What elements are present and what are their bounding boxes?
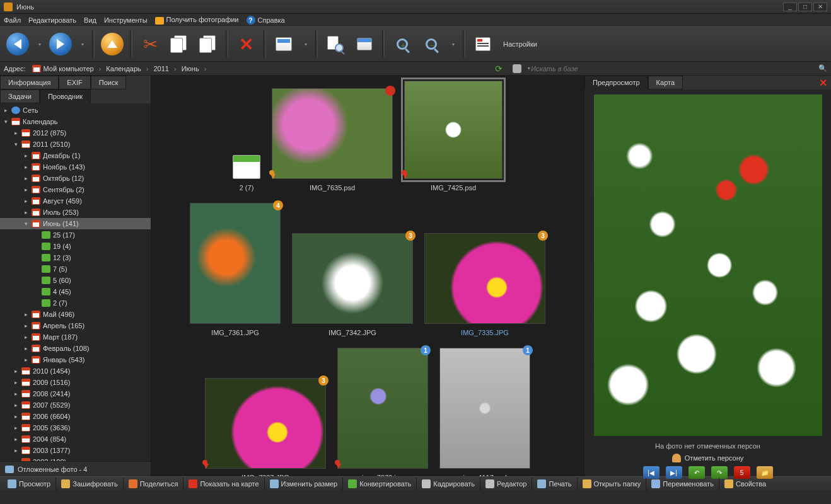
thumbnail[interactable]: 4IMG_7361.JPG: [190, 203, 281, 336]
tree-node[interactable]: ▸Февраль (108): [0, 343, 151, 354]
tab-map[interactable]: Карта: [648, 76, 683, 89]
preview-image[interactable]: [594, 94, 822, 436]
tree-node[interactable]: 25 (17): [0, 229, 151, 241]
tree-node[interactable]: ▸Декабрь (1): [0, 150, 151, 161]
tab-info[interactable]: Информация: [0, 76, 59, 89]
thumbnail-gallery[interactable]: 2 (7)IMG_7635.psdIMG_7425.psd4IMG_7361.J…: [151, 76, 584, 476]
folder-tree[interactable]: ▸Сеть▾Календарь▸2012 (875)▾2011 (2510)▸Д…: [0, 103, 151, 461]
tree-node[interactable]: ▸Июль (253): [0, 207, 151, 218]
thumbnail[interactable]: 3IMG_7335.JPG: [424, 233, 545, 336]
tree-node[interactable]: ▸2007 (5529): [0, 399, 151, 411]
breadcrumb-root[interactable]: Мой компьютер: [26, 65, 98, 72]
tree-node[interactable]: ▸Октябрь (12): [0, 173, 151, 184]
minimize-button[interactable]: _: [783, 3, 797, 11]
bottom-action[interactable]: Поделиться: [123, 478, 183, 490]
tree-node[interactable]: ▸Сентябрь (2): [0, 184, 151, 195]
search-icon[interactable]: 🔍: [818, 64, 827, 73]
bottom-action[interactable]: Конвертировать: [342, 478, 416, 490]
tree-node[interactable]: ▸2012 (875): [0, 127, 151, 139]
bottom-action[interactable]: Просмотр: [3, 478, 55, 490]
tree-node[interactable]: ▸Август (459): [0, 195, 151, 207]
tree-node[interactable]: 19 (4): [0, 241, 151, 252]
thumbnail[interactable]: 2 (7): [233, 155, 260, 192]
bottom-action[interactable]: Переименовать: [646, 478, 719, 490]
close-button[interactable]: ✕: [813, 3, 827, 11]
bottom-action[interactable]: Печать: [532, 478, 576, 490]
tab-exif[interactable]: EXIF: [59, 76, 90, 89]
tree-node[interactable]: ▾Июнь (141): [0, 218, 151, 229]
tab-explorer[interactable]: Проводник: [40, 89, 91, 103]
tree-node[interactable]: 5 (60): [0, 275, 151, 286]
tree-node[interactable]: 2 (7): [0, 297, 151, 309]
breadcrumb-1[interactable]: Календарь: [102, 65, 145, 72]
breadcrumb-2[interactable]: 2011: [150, 65, 173, 72]
tree-node[interactable]: ▸2006 (6604): [0, 411, 151, 422]
zoom-out-button[interactable]: −: [417, 30, 445, 58]
bottom-action[interactable]: Показать на карте: [183, 478, 264, 490]
tree-node[interactable]: 4 (45): [0, 286, 151, 297]
thumbnail[interactable]: 1img_7979.jpg: [337, 348, 428, 476]
paste-button[interactable]: [194, 30, 222, 58]
refresh-button[interactable]: ⟳: [495, 64, 505, 74]
nav-up-button[interactable]: [98, 30, 126, 58]
bottom-action[interactable]: Редактор: [480, 478, 532, 490]
cut-button[interactable]: ✂: [136, 30, 164, 58]
view-grid-button[interactable]: [270, 30, 298, 58]
tree-node[interactable]: ▸Май (496): [0, 309, 151, 320]
bottom-action[interactable]: Кадрировать: [416, 478, 480, 490]
tree-node[interactable]: ▸2005 (3636): [0, 422, 151, 433]
bottom-action[interactable]: Открыть папку: [577, 478, 646, 490]
tree-node[interactable]: ▸Ноябрь (143): [0, 161, 151, 173]
tag-person-button[interactable]: Отметить персону: [672, 454, 743, 462]
search-input[interactable]: [531, 65, 818, 72]
tree-node[interactable]: ▾2011 (2510): [0, 139, 151, 150]
nav-forward-dropdown[interactable]: ▼: [76, 30, 88, 58]
menu-tools[interactable]: Инструменты: [104, 16, 148, 24]
delete-button[interactable]: ✕: [232, 30, 260, 58]
settings-button-icon[interactable]: [469, 30, 497, 58]
tree-node[interactable]: ▸Апрель (165): [0, 320, 151, 331]
tab-search[interactable]: Поиск: [91, 76, 126, 89]
tree-node[interactable]: ▸2008 (2414): [0, 388, 151, 399]
tree-node[interactable]: ▸2004 (854): [0, 433, 151, 445]
thumbnail[interactable]: 3IMG_7337.JPG: [205, 378, 326, 476]
tree-node[interactable]: 12 (3): [0, 252, 151, 263]
tree-node[interactable]: ▸Сеть: [0, 105, 151, 116]
deferred-photos-bar[interactable]: Отложенные фото - 4: [0, 461, 151, 476]
tree-node[interactable]: ▸2010 (1454): [0, 365, 151, 377]
tab-preview[interactable]: Предпросмотр: [584, 76, 648, 89]
thumbnail[interactable]: 1img_4117.psd: [439, 348, 530, 476]
copy-button[interactable]: [165, 30, 193, 58]
bottom-action[interactable]: Свойства: [719, 478, 771, 490]
preview-doc-button[interactable]: [322, 30, 349, 58]
close-preview-button[interactable]: ✕: [819, 77, 827, 89]
bottom-action[interactable]: Изменить размер: [264, 478, 343, 490]
database-icon[interactable]: [513, 64, 521, 73]
zoom-dropdown[interactable]: ▼: [446, 30, 459, 58]
menu-help[interactable]: ?Справка: [247, 16, 285, 25]
menu-edit[interactable]: Редактировать: [28, 16, 76, 24]
thumbnail[interactable]: IMG_7635.psd: [272, 88, 393, 192]
tree-node[interactable]: ▸2003 (1377): [0, 445, 151, 456]
menu-getphotos[interactable]: Получить фотографии: [155, 16, 239, 24]
nav-back-button[interactable]: [4, 30, 32, 58]
tree-node[interactable]: 7 (5): [0, 263, 151, 275]
view-grid-dropdown[interactable]: ▼: [299, 30, 311, 58]
window-button[interactable]: [351, 30, 378, 58]
thumbnail[interactable]: 3IMG_7342.JPG: [292, 233, 413, 336]
bottom-action[interactable]: Зашифровать: [55, 478, 122, 490]
thumbnail[interactable]: IMG_7425.psd: [404, 81, 503, 192]
zoom-in-button[interactable]: +: [388, 30, 416, 58]
nav-back-dropdown[interactable]: ▼: [33, 30, 45, 58]
tree-node[interactable]: ▸Март (187): [0, 331, 151, 343]
settings-button[interactable]: Настройки: [498, 40, 542, 48]
tree-node[interactable]: ▸2002 (100): [0, 456, 151, 461]
tree-node[interactable]: ▾Календарь: [0, 116, 151, 127]
tree-node[interactable]: ▸2009 (1516): [0, 377, 151, 388]
tab-tasks[interactable]: Задачи: [0, 89, 40, 103]
menu-file[interactable]: Файл: [4, 16, 21, 24]
nav-forward-button[interactable]: [47, 30, 74, 58]
breadcrumb-3[interactable]: Июнь: [178, 65, 203, 72]
menu-view[interactable]: Вид: [84, 16, 96, 24]
maximize-button[interactable]: □: [798, 3, 812, 11]
